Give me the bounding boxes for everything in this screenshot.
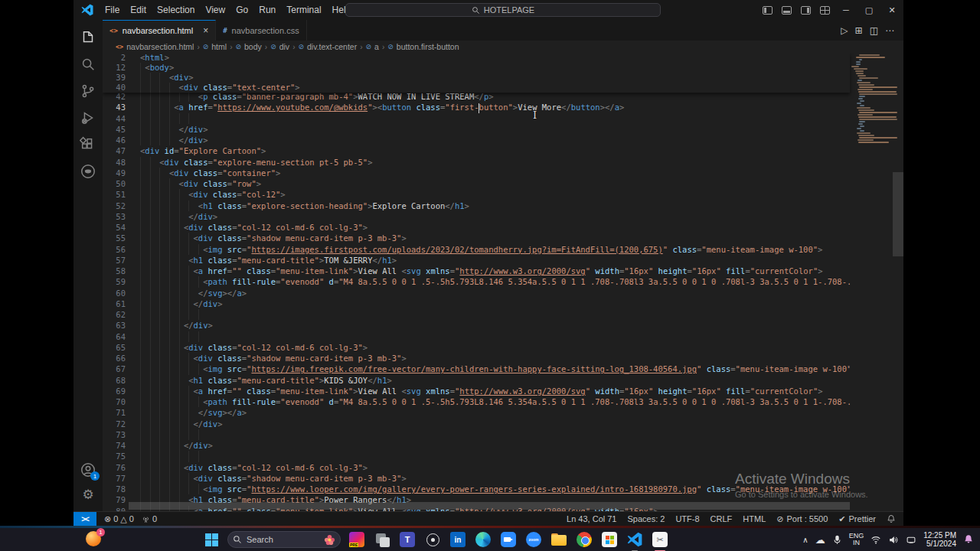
snipping-tool-icon[interactable]: ✂ (651, 530, 669, 549)
file-explorer-icon[interactable] (550, 530, 568, 549)
breadcrumb-item[interactable]: div (279, 42, 289, 51)
speaker-icon[interactable] (888, 535, 899, 545)
problems-status[interactable]: ⊗ 0 △ 0 (104, 514, 134, 524)
vscode-taskbar-icon[interactable] (626, 530, 644, 549)
customize-layout-icon[interactable] (820, 6, 830, 15)
microsoft-store-icon[interactable] (600, 530, 619, 549)
chrome-icon[interactable] (575, 530, 593, 549)
github-icon[interactable] (79, 162, 97, 181)
editor-content[interactable]: 42<p class="banner-paragraph mb-4">WATCH… (103, 53, 903, 511)
taskbar-search[interactable]: Search (227, 531, 341, 548)
line-number: 77 (103, 473, 126, 484)
stack-app-icon[interactable] (373, 530, 391, 549)
zoom-camera-icon[interactable] (499, 530, 518, 549)
pre-app-icon[interactable]: PRE (348, 530, 366, 549)
linkedin-icon[interactable]: in (449, 530, 467, 549)
minimap-line (860, 100, 864, 102)
tab-navbarsection.html[interactable]: <>navbarsection.html× (103, 20, 216, 41)
search-label: Search (247, 535, 319, 544)
notification-bell-icon[interactable] (963, 534, 974, 545)
breadcrumb-item[interactable]: html (211, 42, 227, 51)
status-live-server-port[interactable]: ⊘Port : 5500 (776, 514, 828, 524)
status-encoding[interactable]: UTF-8 (675, 514, 699, 523)
language-indicator[interactable]: ENGIN (849, 533, 864, 546)
onedrive-cloud-icon[interactable]: ☁ (815, 534, 825, 546)
maximize-button[interactable]: ▢ (858, 5, 880, 15)
line-number: 62 (103, 309, 126, 320)
line-number: 59 (103, 276, 126, 287)
toggle-panel-icon[interactable] (782, 6, 792, 15)
podcast-icon[interactable] (423, 530, 442, 549)
status-language-mode[interactable]: HTML (743, 514, 766, 523)
close-tab-icon[interactable]: × (203, 25, 208, 36)
breadcrumb-file[interactable]: navbarsection.html (126, 42, 194, 51)
status-prettier[interactable]: ✔Prettier (838, 514, 876, 524)
wifi-icon[interactable] (871, 535, 881, 545)
code-line: 56<img src="https://images.firstpost.com… (103, 244, 850, 255)
code-line: 40<div class="text-center"> (103, 83, 850, 93)
minimap[interactable] (851, 54, 893, 511)
extensions-icon[interactable] (79, 135, 97, 154)
menu-run[interactable]: Run (253, 5, 281, 15)
minimap-line (857, 103, 861, 104)
radio-tower-icon (142, 515, 150, 523)
menu-selection[interactable]: Selection (152, 5, 200, 15)
breadcrumb-item[interactable]: button.first-button (397, 42, 459, 51)
run-button[interactable]: ▷ (841, 25, 848, 36)
code-line: 53</div> (103, 211, 850, 222)
run-and-debug-icon[interactable] (79, 109, 97, 127)
menu-file[interactable]: File (100, 5, 125, 15)
more-actions-icon[interactable]: ⋯ (885, 25, 894, 36)
status-indentation[interactable]: Spaces: 2 (627, 514, 665, 523)
menu-go[interactable]: Go (230, 5, 253, 15)
zoom-icon[interactable]: zoom (524, 530, 543, 549)
tray-chevron-icon[interactable]: ∧ (802, 536, 808, 544)
line-number: 72 (103, 419, 126, 429)
minimize-button[interactable]: ─ (835, 5, 858, 15)
account-icon[interactable]: 1 (79, 461, 97, 479)
line-number: 55 (103, 233, 126, 243)
menu-view[interactable]: View (200, 5, 230, 15)
line-number: 76 (103, 462, 126, 473)
tab-navbarsection.css[interactable]: #navbarsection.css (216, 20, 306, 41)
search-icon (233, 535, 242, 544)
toggle-secondary-sidebar-icon[interactable] (801, 6, 811, 15)
breadcrumb-item[interactable]: div.text-center (307, 42, 357, 51)
minimap-line (860, 105, 864, 106)
horizontal-scrollbar[interactable] (129, 502, 850, 510)
breadcrumb-separator: › (292, 43, 295, 51)
menu-terminal[interactable]: Terminal (281, 5, 326, 15)
command-center-search[interactable]: HOTELPAGE (345, 3, 661, 17)
edge-icon[interactable] (474, 530, 492, 549)
notification-app-icon[interactable]: 1 (86, 531, 103, 548)
status-cursor-position[interactable]: Ln 43, Col 71 (567, 514, 616, 523)
source-control-icon[interactable] (79, 82, 97, 100)
code-line: 71</svg></a> (103, 407, 850, 418)
status-bar: >< ⊗ 0 △ 0 0 Ln 43, Col 71Spaces: 2UTF-8… (74, 511, 903, 526)
remote-indicator[interactable]: >< (74, 512, 96, 526)
start-button[interactable] (202, 530, 220, 549)
code-line: 46</div> (103, 135, 850, 145)
breadcrumb-item[interactable]: body (244, 42, 262, 51)
vertical-scrollbar[interactable] (893, 53, 903, 511)
ports-status[interactable]: 0 (142, 514, 157, 523)
notification-badge: 1 (96, 528, 105, 536)
breadcrumb-item[interactable]: a (374, 42, 379, 51)
split-editor-down-icon[interactable]: ⊞ (855, 25, 863, 36)
status-eol[interactable]: CRLF (710, 514, 733, 523)
minimap-line (859, 77, 879, 79)
explorer-icon[interactable] (79, 28, 97, 47)
microphone-icon[interactable] (832, 535, 842, 545)
settings-gear-icon[interactable]: ⚙ (79, 485, 97, 504)
menu-edit[interactable]: Edit (125, 5, 152, 15)
close-button[interactable]: ✕ (880, 5, 903, 15)
pen-device-icon[interactable] (906, 535, 916, 545)
toggle-primary-sidebar-icon[interactable] (763, 6, 773, 15)
status-notifications[interactable] (887, 514, 896, 523)
minimap-line (860, 126, 864, 127)
clock[interactable]: 12:25 PM5/1/2024 (923, 531, 956, 548)
split-editor-icon[interactable]: ◫ (870, 25, 878, 36)
search-icon[interactable] (79, 55, 97, 73)
teams-icon[interactable]: T (398, 530, 416, 549)
scrollbar-thumb[interactable] (893, 172, 903, 256)
